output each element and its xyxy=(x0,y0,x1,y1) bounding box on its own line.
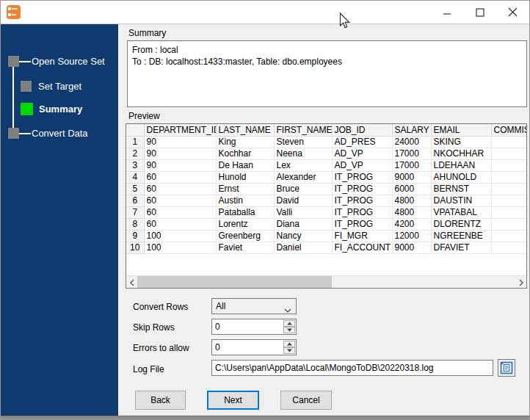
wizard-step-open-source-set[interactable]: Open Source Set xyxy=(8,56,105,67)
table-cell[interactable]: 9000 xyxy=(392,171,431,183)
table-cell[interactable]: Nancy xyxy=(274,230,332,242)
table-cell[interactable]: LDEHAAN xyxy=(431,159,491,171)
table-cell[interactable]: DFAVIET xyxy=(431,242,491,253)
table-cell[interactable]: 9000 xyxy=(392,242,431,253)
table-cell[interactable]: FI_MGR xyxy=(332,230,392,242)
table-cell[interactable]: IT_PROG xyxy=(332,206,392,218)
table-cell[interactable]: Lorentz xyxy=(216,218,274,230)
table-cell[interactable] xyxy=(491,148,527,159)
column-header[interactable]: EMAIL xyxy=(431,124,491,136)
row-number[interactable]: 4 xyxy=(126,171,144,183)
table-cell[interactable]: Steven xyxy=(274,136,332,148)
table-cell[interactable]: DAUSTIN xyxy=(431,195,491,206)
table-cell[interactable]: AD_PRES xyxy=(332,136,392,148)
spin-up-icon[interactable] xyxy=(283,320,295,327)
maximize-button[interactable] xyxy=(463,1,496,23)
table-cell[interactable]: BERNST xyxy=(431,183,491,195)
table-cell[interactable]: De Haan xyxy=(216,159,274,171)
table-cell[interactable]: IT_PROG xyxy=(332,183,392,195)
table-cell[interactable]: 60 xyxy=(144,218,216,230)
table-cell[interactable]: 100 xyxy=(144,242,216,253)
table-cell[interactable]: NKOCHHAR xyxy=(431,148,491,159)
table-cell[interactable]: Alexander xyxy=(274,171,332,183)
horizontal-scrollbar[interactable] xyxy=(126,275,526,288)
table-cell[interactable] xyxy=(491,183,527,195)
table-cell[interactable]: 6000 xyxy=(392,183,431,195)
table-cell[interactable]: Pataballa xyxy=(216,206,274,218)
table-cell[interactable]: IT_PROG xyxy=(332,218,392,230)
table-cell[interactable]: Diana xyxy=(274,218,332,230)
table-cell[interactable]: 4200 xyxy=(392,218,431,230)
back-button[interactable]: Back xyxy=(135,391,186,410)
table-cell[interactable]: King xyxy=(216,136,274,148)
table-cell[interactable]: AD_VP xyxy=(332,159,392,171)
table-cell[interactable]: 60 xyxy=(144,183,216,195)
table-cell[interactable] xyxy=(491,230,527,242)
table-cell[interactable]: Faviet xyxy=(216,242,274,253)
minimize-button[interactable] xyxy=(430,1,463,23)
table-cell[interactable]: 4800 xyxy=(392,206,431,218)
table-cell[interactable]: 12000 xyxy=(392,230,431,242)
table-cell[interactable]: AHUNOLD xyxy=(431,171,491,183)
row-number[interactable]: 7 xyxy=(126,206,144,218)
wizard-step-convert-data[interactable]: Convert Data xyxy=(8,128,88,139)
table-cell[interactable]: Daniel xyxy=(274,242,332,253)
table-cell[interactable]: 90 xyxy=(144,159,216,171)
row-number[interactable]: 1 xyxy=(126,136,144,148)
row-number[interactable]: 9 xyxy=(126,230,144,242)
table-cell[interactable] xyxy=(491,195,527,206)
table-cell[interactable]: Greenberg xyxy=(216,230,274,242)
column-header[interactable]: LAST_NAME xyxy=(216,124,274,136)
table-cell[interactable] xyxy=(491,242,527,253)
log-file-input[interactable] xyxy=(212,361,493,375)
table-cell[interactable]: IT_PROG xyxy=(332,195,392,206)
table-cell[interactable]: 60 xyxy=(144,195,216,206)
table-cell[interactable]: 60 xyxy=(144,206,216,218)
scroll-right-icon[interactable] xyxy=(515,276,526,289)
table-cell[interactable] xyxy=(491,136,527,148)
table-cell[interactable]: 17000 xyxy=(392,159,431,171)
next-button[interactable]: Next xyxy=(207,391,259,410)
scrollbar-thumb[interactable] xyxy=(137,276,332,289)
convert-rows-select[interactable]: All xyxy=(211,298,297,314)
table-cell[interactable] xyxy=(491,206,527,218)
column-header[interactable]: FIRST_NAME xyxy=(274,124,332,136)
table-cell[interactable]: Neena xyxy=(274,148,332,159)
table-cell[interactable]: Lex xyxy=(274,159,332,171)
table-cell[interactable] xyxy=(491,159,527,171)
table-cell[interactable]: David xyxy=(274,195,332,206)
table-cell[interactable]: Ernst xyxy=(216,183,274,195)
close-button[interactable] xyxy=(496,1,529,23)
column-header[interactable]: DEPARTMENT_ID xyxy=(144,124,216,136)
table-cell[interactable]: AD_VP xyxy=(332,148,392,159)
wizard-step-summary[interactable]: Summary xyxy=(21,103,82,115)
spin-down-icon[interactable] xyxy=(283,347,295,354)
table-cell[interactable]: Valli xyxy=(274,206,332,218)
table-cell[interactable]: Austin xyxy=(216,195,274,206)
table-cell[interactable]: VPATABAL xyxy=(431,206,491,218)
spin-up-icon[interactable] xyxy=(283,341,295,347)
table-cell[interactable]: FI_ACCOUNT xyxy=(332,242,392,253)
errors-to-allow-input[interactable] xyxy=(212,340,284,355)
table-cell[interactable]: 24000 xyxy=(392,136,431,148)
table-cell[interactable]: NGREENBE xyxy=(431,230,491,242)
table-cell[interactable]: 90 xyxy=(144,136,216,148)
open-log-file-button[interactable] xyxy=(498,359,515,377)
row-header-corner[interactable] xyxy=(126,124,144,136)
table-cell[interactable]: 60 xyxy=(144,171,216,183)
row-number[interactable]: 5 xyxy=(126,183,144,195)
column-header[interactable]: SALARY xyxy=(392,124,431,136)
column-header[interactable]: JOB_ID xyxy=(332,124,392,136)
table-cell[interactable]: 100 xyxy=(144,230,216,242)
column-header[interactable]: COMMIS xyxy=(491,124,527,136)
scroll-left-icon[interactable] xyxy=(126,276,137,289)
cancel-button[interactable]: Cancel xyxy=(280,391,332,410)
wizard-step-set-target[interactable]: Set Target xyxy=(21,81,81,92)
table-cell[interactable]: 90 xyxy=(144,148,216,159)
table-cell[interactable] xyxy=(491,171,527,183)
table-cell[interactable]: 17000 xyxy=(392,148,431,159)
row-number[interactable]: 2 xyxy=(126,148,144,159)
table-cell[interactable]: Bruce xyxy=(274,183,332,195)
table-cell[interactable] xyxy=(491,218,527,230)
table-cell[interactable]: SKING xyxy=(431,136,491,148)
